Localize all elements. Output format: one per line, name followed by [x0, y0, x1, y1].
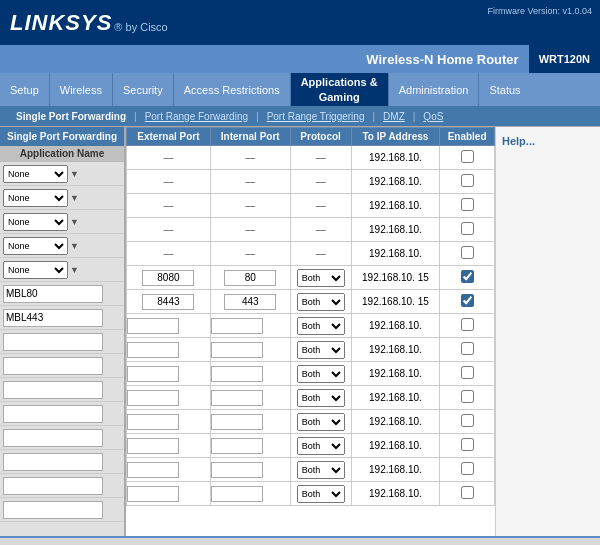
ext-port-12[interactable] — [127, 414, 179, 430]
app-name-9[interactable] — [3, 357, 103, 375]
enabled-cb-8[interactable] — [461, 318, 474, 331]
enabled-cb-14[interactable] — [461, 462, 474, 475]
int-port-6[interactable] — [224, 270, 276, 286]
ext-port-13[interactable] — [127, 438, 179, 454]
port-forwarding-table: External Port Internal Port Protocol To … — [126, 127, 495, 506]
subnav-qos[interactable]: QoS — [415, 111, 451, 122]
sidebar-row-9 — [0, 354, 124, 378]
protocol-10[interactable]: BothTCPUDP — [297, 365, 345, 383]
router-bar: Wireless-N Home Router WRT120N — [0, 45, 600, 73]
enabled-cb-11[interactable] — [461, 390, 474, 403]
ext-port-7[interactable] — [142, 294, 194, 310]
int-port-11[interactable] — [211, 390, 263, 406]
enabled-cb-10[interactable] — [461, 366, 474, 379]
app-select-3[interactable]: None — [3, 213, 68, 231]
enabled-cb-12[interactable] — [461, 414, 474, 427]
tab-apps-gaming[interactable]: Applications &Gaming — [291, 73, 389, 106]
table-row-2: — — — 192.168.10. — [127, 170, 495, 194]
protocol-13[interactable]: BothTCPUDP — [297, 437, 345, 455]
int-port-13[interactable] — [211, 438, 263, 454]
enabled-cb-7[interactable] — [461, 294, 474, 307]
ext-port-10[interactable] — [127, 366, 179, 382]
subnav-dmz[interactable]: DMZ — [375, 111, 413, 122]
tab-access-restrictions[interactable]: Access Restrictions — [174, 73, 291, 106]
enabled-cb-15[interactable] — [461, 486, 474, 499]
table-row-1: — — — 192.168.10. — [127, 146, 495, 170]
app-name-10[interactable] — [3, 381, 103, 399]
enabled-cb-13[interactable] — [461, 438, 474, 451]
int-port-14[interactable] — [211, 462, 263, 478]
app-select-4[interactable]: None — [3, 237, 68, 255]
router-model: WRT120N — [529, 45, 600, 73]
sidebar-row-15 — [0, 498, 124, 522]
int-port-8[interactable] — [211, 318, 263, 334]
sidebar-row-4: None ▼ — [0, 234, 124, 258]
table-row-10: BothTCPUDP 192.168.10. — [127, 362, 495, 386]
header: LINKSYS ® by Cisco Firmware Version: v1.… — [0, 0, 600, 45]
int-port-15[interactable] — [211, 486, 263, 502]
sidebar-row-14 — [0, 474, 124, 498]
ext-port-11[interactable] — [127, 390, 179, 406]
app-select-2[interactable]: None — [3, 189, 68, 207]
app-name-13[interactable] — [3, 453, 103, 471]
protocol-12[interactable]: BothTCPUDP — [297, 413, 345, 431]
table-row-15: BothTCPUDP 192.168.10. — [127, 482, 495, 506]
subnav-single-port[interactable]: Single Port Forwarding — [8, 111, 134, 122]
protocol-6[interactable]: BothTCPUDP — [297, 269, 345, 287]
app-name-8[interactable] — [3, 333, 103, 351]
tab-security[interactable]: Security — [113, 73, 174, 106]
tab-setup[interactable]: Setup — [0, 73, 50, 106]
subnav-port-trigger[interactable]: Port Range Triggering — [259, 111, 373, 122]
ext-port-9[interactable] — [127, 342, 179, 358]
enabled-cb-4[interactable] — [461, 222, 474, 235]
col-ip: To IP Address — [351, 128, 440, 146]
sidebar-row-8 — [0, 330, 124, 354]
int-port-12[interactable] — [211, 414, 263, 430]
sidebar-row-2: None ▼ — [0, 186, 124, 210]
table-row-4: — — — 192.168.10. — [127, 218, 495, 242]
table-row-12: BothTCPUDP 192.168.10. — [127, 410, 495, 434]
enabled-cb-1[interactable] — [461, 150, 474, 163]
tab-status[interactable]: Status — [479, 73, 530, 106]
sidebar-row-1: None ▼ — [0, 162, 124, 186]
ext-port-15[interactable] — [127, 486, 179, 502]
app-name-11[interactable] — [3, 405, 103, 423]
sidebar-row-13 — [0, 450, 124, 474]
table-row-3: — — — 192.168.10. — [127, 194, 495, 218]
ext-port-8[interactable] — [127, 318, 179, 334]
sidebar-section-label: Application Name — [0, 146, 124, 162]
ext-port-14[interactable] — [127, 462, 179, 478]
protocol-7[interactable]: BothTCPUDP — [297, 293, 345, 311]
protocol-14[interactable]: BothTCPUDP — [297, 461, 345, 479]
protocol-9[interactable]: BothTCPUDP — [297, 341, 345, 359]
enabled-cb-2[interactable] — [461, 174, 474, 187]
app-name-7[interactable] — [3, 309, 103, 327]
logo-suffix: ® by Cisco — [114, 21, 167, 33]
table-row-14: BothTCPUDP 192.168.10. — [127, 458, 495, 482]
app-select-1[interactable]: None — [3, 165, 68, 183]
tab-administration[interactable]: Administration — [389, 73, 480, 106]
help-text: Help... — [502, 135, 535, 147]
enabled-cb-9[interactable] — [461, 342, 474, 355]
app-name-15[interactable] — [3, 501, 103, 519]
app-select-5[interactable]: None — [3, 261, 68, 279]
int-port-7[interactable] — [224, 294, 276, 310]
tab-wireless[interactable]: Wireless — [50, 73, 113, 106]
firmware-version: Firmware Version: v1.0.04 — [487, 6, 592, 16]
protocol-11[interactable]: BothTCPUDP — [297, 389, 345, 407]
ext-port-6[interactable] — [142, 270, 194, 286]
app-name-6[interactable] — [3, 285, 103, 303]
int-port-10[interactable] — [211, 366, 263, 382]
col-int-port: Internal Port — [210, 128, 290, 146]
enabled-cb-3[interactable] — [461, 198, 474, 211]
enabled-cb-6[interactable] — [461, 270, 474, 283]
app-name-12[interactable] — [3, 429, 103, 447]
int-port-9[interactable] — [211, 342, 263, 358]
protocol-15[interactable]: BothTCPUDP — [297, 485, 345, 503]
subnav-port-range[interactable]: Port Range Forwarding — [137, 111, 256, 122]
protocol-8[interactable]: BothTCPUDP — [297, 317, 345, 335]
enabled-cb-5[interactable] — [461, 246, 474, 259]
app-name-14[interactable] — [3, 477, 103, 495]
col-enabled: Enabled — [440, 128, 495, 146]
footer: Save Settings Cancel Changes cisco — [0, 536, 600, 545]
